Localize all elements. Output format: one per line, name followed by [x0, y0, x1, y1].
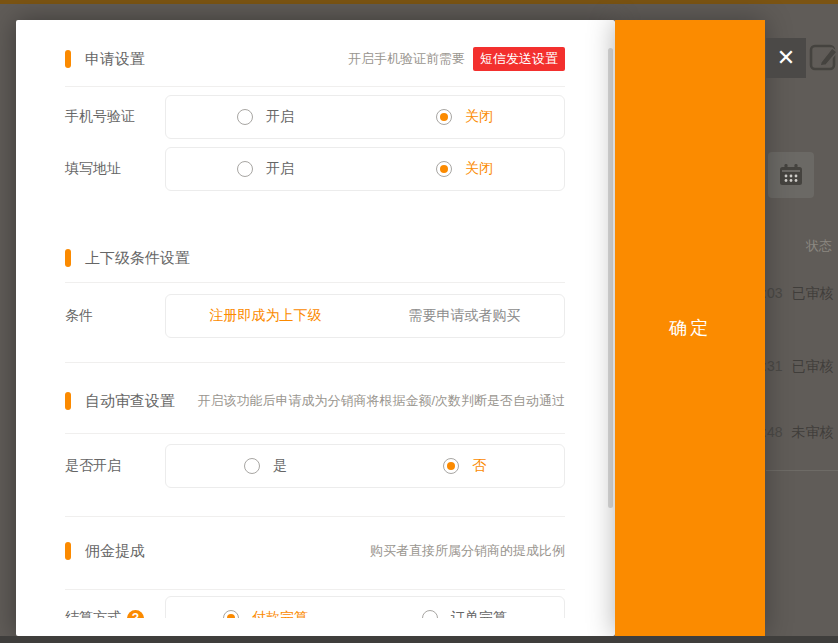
divider — [65, 362, 565, 363]
phone-verify-option-on[interactable]: 开启 — [166, 108, 365, 126]
table-row: :31 已审核 — [763, 358, 833, 376]
row-time: :48 — [763, 424, 782, 442]
phone-verify-row: 手机号验证 开启 关闭 — [65, 95, 565, 139]
auto-enabled-radio-group: 是 否 — [165, 444, 565, 488]
calendar-icon — [778, 162, 804, 188]
section-marker — [65, 542, 71, 560]
section-marker — [65, 392, 71, 410]
auto-enabled-option-no[interactable]: 否 — [365, 457, 564, 475]
option-label: 否 — [472, 457, 486, 475]
radio-checked-icon[interactable] — [436, 109, 452, 125]
divider — [65, 282, 565, 283]
condition-option-group: 注册即成为上下级 需要申请或者购买 — [165, 294, 565, 338]
auto-enabled-row: 是否开启 是 否 — [65, 444, 565, 488]
table-row: :48 未审核 — [763, 424, 833, 442]
row-status: 已审核 — [791, 285, 833, 303]
settlement-option-order-settle[interactable]: 订单完算 — [365, 609, 564, 618]
section-header-relation: 上下级条件设置 — [65, 247, 565, 269]
settlement-label-text: 结算方式 — [65, 609, 121, 618]
section-header-auto-review: 自动审查设置 开启该功能后申请成为分销商将根据金额/次数判断是否自动通过 — [65, 390, 565, 412]
auto-enabled-label: 是否开启 — [65, 457, 165, 475]
confirm-button[interactable]: 确定 — [615, 20, 765, 636]
modal-scroll-area: 申请设置 开启手机验证前需要 短信发送设置 手机号验证 开启 关闭 填写地址 — [16, 20, 615, 618]
option-label: 关闭 — [465, 160, 493, 178]
divider — [65, 589, 565, 590]
option-register-as-subordinate[interactable]: 注册即成为上下级 — [166, 307, 365, 325]
divider — [65, 86, 565, 87]
section-title: 佣金提成 — [85, 542, 145, 561]
sms-settings-badge[interactable]: 短信发送设置 — [473, 47, 565, 71]
status-column-header: 状态 — [806, 237, 832, 255]
row-time: :03 — [763, 285, 782, 303]
radio-unchecked-icon[interactable] — [237, 109, 253, 125]
option-label: 是 — [273, 457, 287, 475]
fill-address-option-on[interactable]: 开启 — [166, 160, 365, 178]
row-time: :31 — [763, 358, 782, 376]
fill-address-option-off[interactable]: 关闭 — [365, 160, 564, 178]
phone-verify-radio-group: 开启 关闭 — [165, 95, 565, 139]
distribution-settings-modal: 申请设置 开启手机验证前需要 短信发送设置 手机号验证 开启 关闭 填写地址 — [16, 20, 615, 636]
modal-scrollbar-thumb[interactable] — [608, 48, 613, 508]
auto-enabled-option-yes[interactable]: 是 — [166, 457, 365, 475]
option-label: 订单完算 — [451, 609, 507, 618]
sms-hint-text: 开启手机验证前需要 — [348, 50, 465, 68]
section-title: 上下级条件设置 — [85, 249, 190, 268]
calendar-button — [768, 152, 814, 198]
radio-checked-icon[interactable] — [223, 610, 239, 618]
radio-unchecked-icon[interactable] — [244, 458, 260, 474]
close-icon: ✕ — [777, 47, 795, 69]
row-status: 已审核 — [791, 358, 833, 376]
option-apply-or-purchase[interactable]: 需要申请或者购买 — [365, 307, 564, 325]
phone-verify-label: 手机号验证 — [65, 108, 165, 126]
option-label: 关闭 — [465, 108, 493, 126]
settlement-radio-group: 付款完算 订单完算 — [165, 596, 565, 618]
settlement-option-pay-settle[interactable]: 付款完算 — [166, 609, 365, 618]
table-row: :03 已审核 — [763, 285, 833, 303]
divider — [65, 433, 565, 434]
section-marker — [65, 249, 71, 267]
option-label: 开启 — [266, 108, 294, 126]
row-status: 未审核 — [791, 424, 833, 442]
section-title: 自动审查设置 — [85, 392, 175, 411]
help-icon[interactable]: ? — [127, 610, 144, 619]
fill-address-label: 填写地址 — [65, 160, 165, 178]
option-label: 付款完算 — [252, 609, 308, 618]
option-label: 开启 — [266, 160, 294, 178]
fill-address-radio-group: 开启 关闭 — [165, 147, 565, 191]
radio-unchecked-icon[interactable] — [237, 161, 253, 177]
section-marker — [65, 50, 71, 68]
settlement-row: 结算方式 ? 付款完算 订单完算 — [65, 596, 565, 618]
divider — [65, 516, 565, 517]
radio-checked-icon[interactable] — [436, 161, 452, 177]
section-title: 申请设置 — [85, 50, 145, 69]
section-header-application: 申请设置 开启手机验证前需要 短信发送设置 — [65, 48, 565, 70]
fill-address-row: 填写地址 开启 关闭 — [65, 147, 565, 191]
background-app-topbar — [0, 0, 838, 4]
edit-icon — [808, 40, 838, 74]
settlement-label: 结算方式 ? — [65, 609, 165, 618]
phone-verify-option-off[interactable]: 关闭 — [365, 108, 564, 126]
condition-row: 条件 注册即成为上下级 需要申请或者购买 — [65, 294, 565, 338]
section-header-commission: 佣金提成 购买者直接所属分销商的提成比例 — [65, 540, 565, 562]
close-button[interactable]: ✕ — [766, 38, 806, 78]
commission-description: 购买者直接所属分销商的提成比例 — [370, 542, 565, 560]
background-table-divider — [766, 470, 838, 471]
auto-review-description: 开启该功能后申请成为分销商将根据金额/次数判断是否自动通过 — [197, 392, 565, 410]
background-bottom-bar — [0, 636, 838, 643]
radio-checked-icon[interactable] — [443, 458, 459, 474]
radio-unchecked-icon[interactable] — [422, 610, 438, 618]
condition-label: 条件 — [65, 307, 165, 325]
